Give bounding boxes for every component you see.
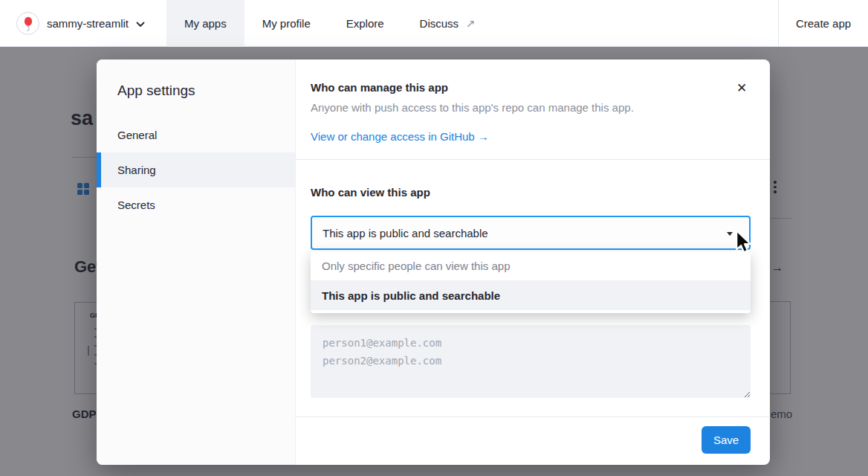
nav-tabs: My apps My profile Explore Discuss ↗ — [166, 0, 493, 47]
viewer-emails-input[interactable] — [311, 325, 751, 398]
tab-my-apps[interactable]: My apps — [166, 0, 244, 47]
view-section-heading: Who can view this app — [311, 186, 430, 199]
top-navbar: sammy-streamlit My apps My profile Explo… — [0, 0, 868, 47]
manage-section-heading: Who can manage this app — [311, 81, 448, 94]
tab-label: Explore — [346, 17, 384, 30]
section-divider — [296, 159, 770, 160]
settings-title: App settings — [117, 83, 195, 99]
screen: sa Get GDP GDP → emo sammy-streamlit — [0, 0, 868, 476]
sidebar-item-sharing[interactable]: Sharing — [97, 152, 296, 187]
footer-divider — [296, 416, 770, 417]
close-icon[interactable]: ✕ — [731, 77, 752, 98]
viewer-access-select[interactable]: This app is public and searchable — [311, 216, 751, 250]
tab-my-profile[interactable]: My profile — [244, 0, 328, 47]
option-specific-people[interactable]: Only specific people can view this app — [311, 251, 751, 281]
sidebar-item-general[interactable]: General — [97, 118, 296, 152]
github-access-link[interactable]: View or change access in GitHub → — [311, 130, 489, 143]
settings-sidebar: App settings General Sharing Secrets — [97, 60, 296, 465]
save-button[interactable]: Save — [702, 426, 751, 454]
tab-label: Discuss — [420, 17, 459, 30]
chevron-down-icon — [136, 17, 145, 30]
external-link-icon: ↗ — [466, 17, 476, 30]
workspace-switcher[interactable]: sammy-streamlit — [16, 0, 145, 47]
manage-section-description: Anyone with push access to this app's re… — [311, 101, 634, 114]
create-app-button[interactable]: Create app — [778, 0, 868, 47]
tab-discuss[interactable]: Discuss ↗ — [402, 0, 493, 47]
viewer-access-dropdown: Only specific people can view this app T… — [311, 251, 751, 313]
tab-label: My apps — [184, 17, 227, 30]
tab-explore[interactable]: Explore — [328, 0, 402, 47]
select-value: This app is public and searchable — [323, 227, 488, 239]
workspace-name: sammy-streamlit — [47, 17, 129, 30]
balloon-logo-icon — [16, 12, 39, 35]
option-public-searchable[interactable]: This app is public and searchable — [311, 281, 751, 310]
select-caret-icon — [727, 232, 733, 236]
sidebar-item-secrets[interactable]: Secrets — [97, 187, 296, 222]
tab-label: My profile — [262, 17, 311, 30]
